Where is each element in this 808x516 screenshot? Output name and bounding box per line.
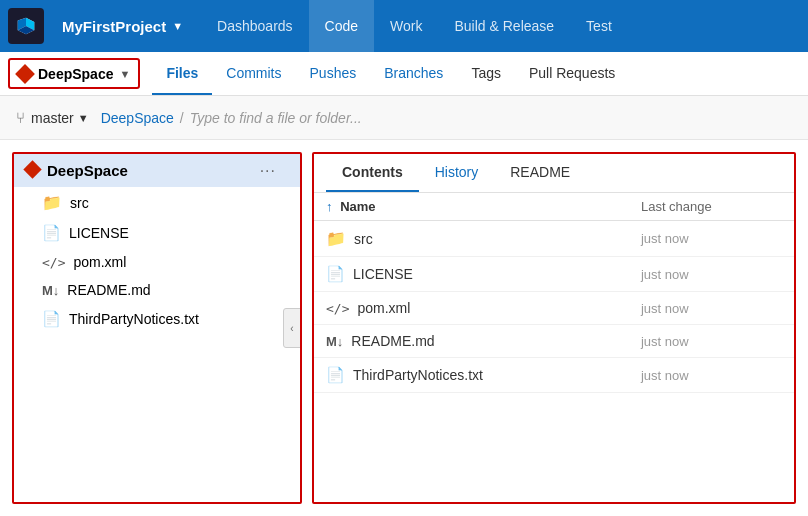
tree-item-label: LICENSE (69, 225, 129, 241)
folder-icon: 📁 (42, 193, 62, 212)
tree-item-readme[interactable]: M↓ README.md (14, 276, 300, 304)
tree-item-third-party[interactable]: 📄 ThirdPartyNotices.txt (14, 304, 300, 334)
tab-pushes[interactable]: Pushes (296, 52, 371, 95)
tree-item-src[interactable]: 📁 src (14, 187, 300, 218)
table-row[interactable]: 📄 ThirdPartyNotices.txt just now (314, 358, 794, 393)
project-chevron-icon: ▼ (172, 20, 183, 32)
file-name: LICENSE (353, 266, 413, 282)
table-row[interactable]: 📄 LICENSE just now (314, 257, 794, 292)
breadcrumb: DeepSpace / Type to find a file or folde… (101, 110, 362, 126)
last-change: just now (629, 257, 794, 292)
nav-test[interactable]: Test (570, 0, 628, 52)
repo-chevron-icon: ▼ (119, 68, 130, 80)
sub-nav-items: Files Commits Pushes Branches Tags Pull … (152, 52, 629, 95)
last-change: just now (629, 325, 794, 358)
tab-tags[interactable]: Tags (457, 52, 515, 95)
left-panel: ··· ‹ DeepSpace 📁 src 📄 LICENSE </> pom.… (12, 152, 302, 504)
file-name: pom.xml (357, 300, 410, 316)
code-icon: </> (326, 301, 349, 316)
tree-root-label: DeepSpace (47, 162, 128, 179)
last-change: just now (629, 221, 794, 257)
tab-readme[interactable]: README (494, 154, 586, 192)
tab-pull-requests[interactable]: Pull Requests (515, 52, 629, 95)
panel-tabs: Contents History README (314, 154, 794, 193)
branch-selector[interactable]: ⑂ master ▼ (16, 109, 89, 126)
file-name: ThirdPartyNotices.txt (353, 367, 483, 383)
folder-icon: 📁 (326, 229, 346, 248)
panel-collapse-button[interactable]: ‹ (283, 308, 301, 348)
sort-up-icon: ↑ (326, 199, 333, 214)
tree-item-label: src (70, 195, 89, 211)
file-icon: 📄 (326, 366, 345, 384)
repo-name: DeepSpace (38, 66, 113, 82)
markdown-icon: M↓ (326, 334, 343, 349)
repo-diamond-icon (15, 64, 35, 84)
top-nav-items: Dashboards Code Work Build & Release Tes… (201, 0, 628, 52)
repo-diamond-icon (26, 162, 39, 179)
nav-build-release[interactable]: Build & Release (438, 0, 570, 52)
main-layout: ··· ‹ DeepSpace 📁 src 📄 LICENSE </> pom.… (0, 140, 808, 516)
nav-dashboards[interactable]: Dashboards (201, 0, 309, 52)
tree-item-pom[interactable]: </> pom.xml (14, 248, 300, 276)
nav-code[interactable]: Code (309, 0, 374, 52)
last-change: just now (629, 358, 794, 393)
last-change: just now (629, 292, 794, 325)
tab-commits[interactable]: Commits (212, 52, 295, 95)
tree-item-label: ThirdPartyNotices.txt (69, 311, 199, 327)
table-row[interactable]: </> pom.xml just now (314, 292, 794, 325)
file-icon: 📄 (326, 265, 345, 283)
tree-item-label: pom.xml (73, 254, 126, 270)
file-name: src (354, 231, 373, 247)
panel-options-button[interactable]: ··· (260, 162, 276, 180)
tree-root-item[interactable]: DeepSpace (14, 154, 300, 187)
tab-files[interactable]: Files (152, 52, 212, 95)
branch-chevron-icon: ▼ (78, 112, 89, 124)
tab-contents[interactable]: Contents (326, 154, 419, 192)
branch-name: master (31, 110, 74, 126)
file-icon: 📄 (42, 224, 61, 242)
code-icon: </> (42, 255, 65, 270)
file-icon: 📄 (42, 310, 61, 328)
azure-devops-logo[interactable] (8, 8, 44, 44)
project-selector[interactable]: MyFirstProject ▼ (52, 14, 193, 39)
file-table: ↑ Name Last change 📁 src just now (314, 193, 794, 393)
breadcrumb-search[interactable]: Type to find a file or folder... (190, 110, 362, 126)
nav-work[interactable]: Work (374, 0, 438, 52)
tab-history[interactable]: History (419, 154, 495, 192)
breadcrumb-root[interactable]: DeepSpace (101, 110, 174, 126)
file-name: README.md (351, 333, 434, 349)
breadcrumb-separator: / (180, 110, 184, 126)
table-row[interactable]: 📁 src just now (314, 221, 794, 257)
tree-item-label: README.md (67, 282, 150, 298)
branch-bar: ⑂ master ▼ DeepSpace / Type to find a fi… (0, 96, 808, 140)
tree-item-license[interactable]: 📄 LICENSE (14, 218, 300, 248)
tab-branches[interactable]: Branches (370, 52, 457, 95)
col-name: ↑ Name (314, 193, 629, 221)
sub-nav: DeepSpace ▼ Files Commits Pushes Branche… (0, 52, 808, 96)
col-last-change: Last change (629, 193, 794, 221)
project-name: MyFirstProject (62, 18, 166, 35)
table-row[interactable]: M↓ README.md just now (314, 325, 794, 358)
markdown-icon: M↓ (42, 283, 59, 298)
branch-icon: ⑂ (16, 109, 25, 126)
top-nav: MyFirstProject ▼ Dashboards Code Work Bu… (0, 0, 808, 52)
right-panel: Contents History README ↑ Name Last chan… (312, 152, 796, 504)
repo-selector[interactable]: DeepSpace ▼ (8, 58, 140, 89)
